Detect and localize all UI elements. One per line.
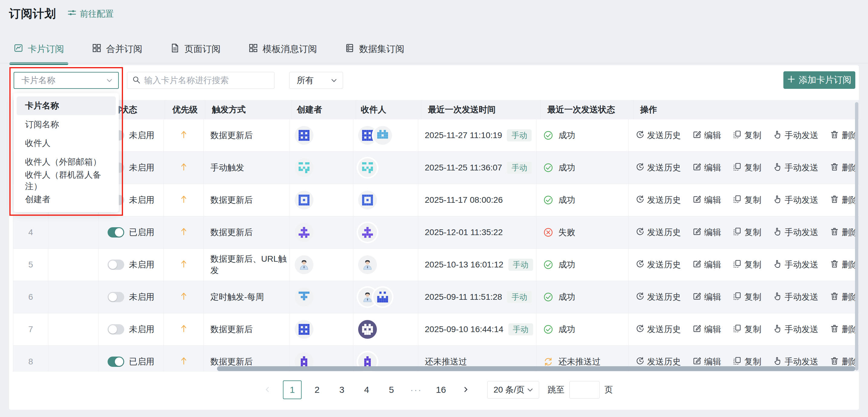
action-send-history[interactable]: 发送历史: [635, 194, 681, 206]
status-toggle[interactable]: [107, 324, 124, 334]
priority-cell: [164, 216, 204, 249]
last-send-time-cell: 2025-09-10 16:44:14手动: [418, 313, 537, 346]
copy-icon: [733, 292, 742, 303]
action-edit[interactable]: 编辑: [692, 162, 721, 173]
status-toggle[interactable]: [107, 260, 124, 270]
action-send-history[interactable]: 发送历史: [635, 130, 681, 141]
action-copy[interactable]: 复制: [733, 130, 761, 141]
action-hand-send[interactable]: 手动发送: [773, 194, 818, 206]
dataset-icon: [345, 43, 354, 55]
goto-config-link[interactable]: 前往配置: [67, 8, 114, 20]
search-input[interactable]: [141, 72, 274, 89]
action-send-history[interactable]: 发送历史: [635, 356, 681, 367]
recipient-cell: [353, 152, 418, 184]
priority-cell: [164, 281, 204, 313]
action-send-history[interactable]: 发送历史: [635, 227, 681, 238]
action-send-history[interactable]: 发送历史: [635, 259, 681, 270]
trigger-cell: 数据更新后: [204, 184, 290, 216]
action-label: 编辑: [704, 227, 721, 238]
tab-dataset[interactable]: 数据集订阅: [345, 43, 404, 63]
action-edit[interactable]: 编辑: [692, 227, 721, 238]
page-button-1[interactable]: 1: [283, 380, 302, 399]
action-label: 手动发送: [784, 194, 818, 206]
action-trash[interactable]: 删除: [830, 259, 859, 270]
tab-page[interactable]: 页面订阅: [170, 43, 221, 63]
action-trash[interactable]: 删除: [830, 162, 859, 173]
action-label: 编辑: [704, 259, 721, 270]
recipient-cell: [353, 216, 418, 249]
manual-tag: 手动: [507, 129, 532, 141]
field-select[interactable]: 卡片名称: [13, 72, 119, 89]
recipient-cell: [353, 249, 418, 281]
action-edit[interactable]: 编辑: [692, 259, 721, 270]
dropdown-option[interactable]: 收件人（群机器人备注）: [17, 171, 116, 190]
page-button-16[interactable]: 16: [432, 380, 450, 399]
tab-template[interactable]: 模板消息订阅: [248, 43, 317, 63]
action-label: 复制: [744, 324, 761, 335]
status-toggle[interactable]: [107, 357, 124, 367]
grid-icon: [92, 43, 101, 55]
page-button-3[interactable]: 3: [333, 380, 351, 399]
page-size-select[interactable]: 20 条/页: [487, 381, 539, 398]
action-hand-send[interactable]: 手动发送: [773, 130, 818, 141]
action-trash[interactable]: 删除: [830, 356, 859, 367]
manual-tag: 手动: [508, 259, 533, 271]
trigger-cell: 定时触发-每周: [204, 281, 290, 313]
status-toggle[interactable]: [107, 292, 124, 302]
page-button-2[interactable]: 2: [308, 380, 327, 399]
action-send-history[interactable]: 发送历史: [635, 291, 681, 303]
prev-page-button[interactable]: [258, 380, 277, 399]
dropdown-option[interactable]: 卡片名称: [17, 96, 116, 115]
scope-select[interactable]: 所有: [289, 72, 343, 89]
tab-merge[interactable]: 合并订阅: [92, 43, 142, 63]
action-copy[interactable]: 复制: [733, 259, 761, 270]
action-edit[interactable]: 编辑: [692, 291, 721, 303]
action-send-history[interactable]: 发送历史: [635, 324, 681, 335]
action-trash[interactable]: 删除: [830, 194, 859, 206]
dropdown-option[interactable]: 收件人: [17, 134, 116, 153]
trigger-cell: 数据更新后: [204, 313, 290, 346]
action-hand-send[interactable]: 手动发送: [773, 259, 818, 270]
last-send-time: 2025-11-25 11:36:07: [425, 163, 502, 172]
page-size-value: 20 条/页: [488, 384, 527, 395]
action-copy[interactable]: 复制: [733, 194, 761, 206]
action-hand-send[interactable]: 手动发送: [773, 356, 818, 367]
status-toggle[interactable]: [107, 227, 124, 237]
action-copy[interactable]: 复制: [733, 291, 761, 303]
action-trash[interactable]: 删除: [830, 130, 859, 141]
action-edit[interactable]: 编辑: [692, 324, 721, 335]
action-label: 发送历史: [647, 194, 681, 206]
creator-cell: [290, 184, 353, 216]
action-copy[interactable]: 复制: [733, 324, 761, 335]
add-card-subscription-button[interactable]: 添加卡片订阅: [783, 71, 855, 89]
action-edit[interactable]: 编辑: [692, 194, 721, 206]
action-hand-send[interactable]: 手动发送: [773, 162, 818, 173]
action-hand-send[interactable]: 手动发送: [773, 291, 818, 303]
action-copy[interactable]: 复制: [733, 356, 761, 367]
tab-card[interactable]: 卡片订阅: [13, 43, 64, 63]
action-copy[interactable]: 复制: [733, 227, 761, 238]
page-button-5[interactable]: 5: [382, 380, 401, 399]
action-edit[interactable]: 编辑: [692, 130, 721, 141]
action-trash[interactable]: 删除: [830, 227, 859, 238]
vertical-scrollbar[interactable]: [855, 102, 858, 371]
horizontal-scrollbar[interactable]: [217, 366, 855, 371]
send-status-label: 成功: [558, 162, 575, 173]
action-trash[interactable]: 删除: [830, 324, 859, 335]
dropdown-option[interactable]: 创建者: [17, 190, 116, 209]
action-send-history[interactable]: 发送历史: [635, 162, 681, 173]
next-page-button[interactable]: [456, 380, 475, 399]
last-send-time: 2025-09-11 11:51:28: [425, 292, 502, 302]
action-label: 手动发送: [784, 356, 818, 367]
action-hand-send[interactable]: 手动发送: [773, 227, 818, 238]
action-hand-send[interactable]: 手动发送: [773, 324, 818, 335]
dropdown-option[interactable]: 收件人（外部邮箱）: [17, 153, 116, 171]
action-copy[interactable]: 复制: [733, 162, 761, 173]
last-send-time: 2025-11-17 08:00:26: [425, 195, 503, 205]
jump-page-input[interactable]: [569, 381, 600, 398]
last-send-time-cell: 2025-11-17 08:00:26: [418, 184, 537, 216]
action-edit[interactable]: 编辑: [692, 356, 721, 367]
action-trash[interactable]: 删除: [830, 291, 859, 303]
page-button-4[interactable]: 4: [357, 380, 376, 399]
dropdown-option[interactable]: 订阅名称: [17, 115, 116, 134]
